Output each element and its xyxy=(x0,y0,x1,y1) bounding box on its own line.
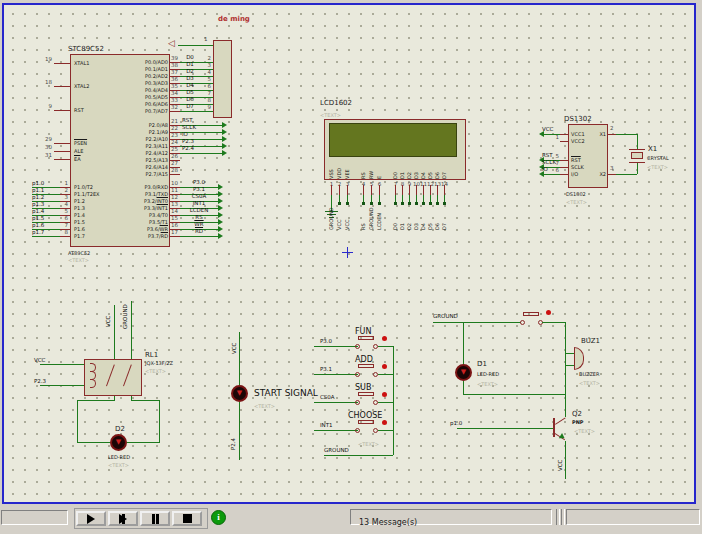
net-label: P2.3 xyxy=(182,138,194,144)
led-d1-text-placeholder: <TEXT> xyxy=(477,381,498,387)
pin-number: 6 xyxy=(552,167,559,173)
switch-terminal xyxy=(520,320,525,325)
pin-number: 6 xyxy=(56,215,68,221)
wire xyxy=(77,442,110,443)
pin-name: P2.6/A14 xyxy=(114,164,168,170)
rtc-text-placeholder: <TEXT> xyxy=(566,199,587,205)
net-label: P3.0 xyxy=(180,179,218,185)
net-label: D4 xyxy=(182,82,198,88)
net-label: RS xyxy=(360,204,367,230)
state-dot xyxy=(382,392,387,397)
info-icon[interactable]: i xyxy=(211,510,226,525)
net-label: p1.4 xyxy=(32,208,44,214)
pin-name: VCC2 xyxy=(571,138,585,144)
pin-stub xyxy=(560,134,568,135)
net-label: RST xyxy=(182,117,193,123)
led-start-signal[interactable]: ▼ xyxy=(231,385,248,402)
application-window: de ming STC89C52 AT89C52 <TEXT> ◁ 1 LCD1… xyxy=(0,0,702,534)
push-button-sub[interactable] xyxy=(358,392,374,396)
lcd-text-placeholder: <TEXT> xyxy=(320,112,341,118)
net-label: D6 xyxy=(182,96,198,102)
wire xyxy=(378,346,393,347)
push-button-fun[interactable] xyxy=(358,336,374,340)
wire xyxy=(457,428,553,429)
pin-name: X2 xyxy=(588,171,606,177)
wire xyxy=(393,346,394,455)
stop-button[interactable] xyxy=(172,511,202,526)
pin-name: P0.6/AD6 xyxy=(114,101,168,107)
pin-number: 13 xyxy=(171,201,178,207)
net-label: IO xyxy=(182,131,188,137)
net-label: P2.4 xyxy=(230,430,237,450)
pin-number: 29 xyxy=(38,136,52,142)
wire xyxy=(314,402,358,403)
rtc-title: DS1302 xyxy=(564,115,592,123)
divider xyxy=(556,509,560,525)
net-label: p1.3 xyxy=(32,201,44,207)
pin-number: 37 xyxy=(171,69,178,75)
play-button[interactable] xyxy=(76,511,106,526)
button-label: FUN xyxy=(355,327,371,336)
wire xyxy=(616,134,637,135)
pin-number: 2 xyxy=(610,125,614,131)
pin-number: 36 xyxy=(171,76,178,82)
pin-name: P1.2 xyxy=(74,198,85,204)
pin-number: 7 xyxy=(56,222,68,228)
push-button-choose[interactable] xyxy=(358,420,374,424)
net-label: CS0A xyxy=(320,394,335,400)
pin-stub xyxy=(170,236,180,237)
pin-name: P0.0/AD0 xyxy=(114,59,168,65)
switch-terminal xyxy=(355,428,360,433)
pin-number: 32 xyxy=(171,104,178,110)
pin-stub xyxy=(560,174,568,175)
schematic-canvas[interactable]: de ming STC89C52 AT89C52 <TEXT> ◁ 1 LCD1… xyxy=(2,3,696,504)
pin-name: RST xyxy=(571,157,581,163)
net-label: p1.7 xyxy=(32,229,44,235)
pin-name: D0 xyxy=(392,155,399,179)
pin-number: 15 xyxy=(171,215,178,221)
wire xyxy=(314,430,358,431)
switch-terminal xyxy=(355,372,360,377)
message-panel[interactable]: 13 Message(s) xyxy=(350,509,552,525)
pin-stub xyxy=(54,159,70,160)
pin-stub xyxy=(60,236,70,237)
net-label: D2 xyxy=(182,68,198,74)
pin-stub xyxy=(363,185,364,195)
push-button-add[interactable] xyxy=(358,364,374,368)
transistor-value: PNP xyxy=(572,419,584,425)
pin-stub xyxy=(170,174,180,175)
pin-stub xyxy=(560,160,568,161)
button-label: CHOOSE xyxy=(348,411,382,420)
led-d1[interactable]: ▼ xyxy=(455,364,472,381)
wire xyxy=(433,322,521,323)
wire xyxy=(565,322,566,417)
status-panel xyxy=(566,509,700,525)
connector[interactable] xyxy=(213,40,232,118)
pin-number: 1 xyxy=(552,134,559,140)
crystal-value: CRYSTAL xyxy=(647,155,669,161)
buzzer[interactable] xyxy=(574,347,584,370)
pause-button[interactable] xyxy=(140,511,170,526)
pin-number: 23 xyxy=(171,132,178,138)
wire-arrow-icon xyxy=(222,136,227,142)
step-button[interactable] xyxy=(108,511,138,526)
net-label: p1.1 xyxy=(32,187,44,193)
wire xyxy=(544,174,560,175)
wire-arrow-icon xyxy=(222,143,227,149)
wire xyxy=(114,305,115,359)
relay-value: JQX-13F/2Z xyxy=(145,360,173,366)
push-button[interactable] xyxy=(523,312,539,316)
wire xyxy=(637,134,638,149)
net-label: IO xyxy=(542,166,548,172)
wire xyxy=(542,322,565,323)
wire-arrow-icon xyxy=(218,219,223,225)
pin-number: 1 xyxy=(56,180,68,186)
crystal[interactable] xyxy=(631,152,643,159)
start-signal-text-placeholder: <TEXT> xyxy=(254,403,275,409)
rtc-value: DS1302 xyxy=(566,191,586,197)
led-d2[interactable]: ▼ xyxy=(110,434,127,451)
mcu-title: STC89C52 xyxy=(68,45,104,53)
net-label: INT1 xyxy=(180,200,218,206)
state-dot xyxy=(382,336,387,341)
relay-text-placeholder: <TEXT> xyxy=(145,368,166,374)
